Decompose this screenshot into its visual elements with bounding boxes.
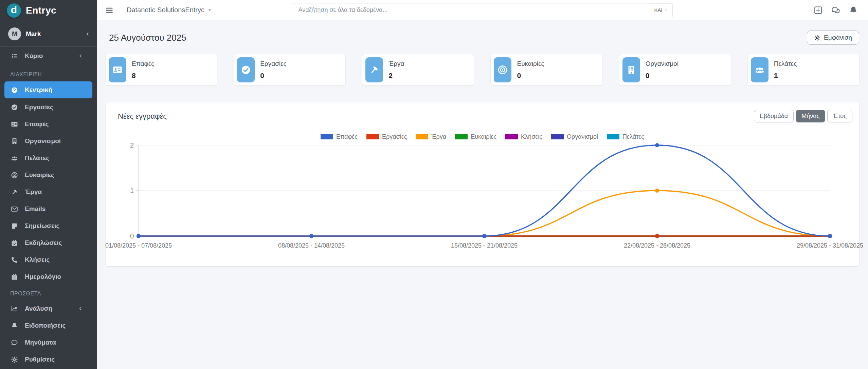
y-axis-label: 1	[130, 187, 134, 194]
data-point[interactable]	[828, 234, 832, 238]
sidebar-section-label: ΔΙΑΧΕΙΡΙΣΗ	[0, 65, 97, 81]
topbar-icons	[814, 6, 858, 15]
stat-card-επαφές[interactable]: Επαφές8	[106, 54, 217, 85]
period-buttons: ΕβδομάδαΜήναςΈτος	[754, 110, 852, 122]
sidebar-item-label: Κεντρική	[25, 86, 86, 94]
stat-text: Εργασίες0	[260, 60, 287, 80]
stat-card-πελάτες[interactable]: Πελάτες1	[748, 54, 859, 85]
calendar-icon	[10, 273, 19, 280]
chart-line-icon	[10, 305, 19, 312]
period-button-μήνας[interactable]: Μήνας	[796, 110, 825, 122]
sidebar-item-ρυθμίσεις[interactable]: Ρυθμίσεις	[0, 351, 97, 368]
hamburger-icon[interactable]	[105, 6, 114, 15]
legend-label: Ευκαιρίες	[471, 133, 496, 140]
chart-card: Νέες εγγραφές ΕβδομάδαΜήναςΈτος ΕπαφέςΕρ…	[106, 102, 859, 266]
sidebar-item-label: Οργανισμοί	[25, 137, 91, 145]
data-point[interactable]	[309, 234, 313, 238]
sidebar-item-εργασίες[interactable]: Εργασίες	[0, 99, 97, 116]
legend-item-επαφές[interactable]: Επαφές	[321, 133, 358, 140]
legend-swatch	[416, 134, 428, 139]
sidebar-item-σημείωσεις[interactable]: Σημείωσεις	[0, 217, 97, 234]
legend-item-ευκαιρίες[interactable]: Ευκαιρίες	[455, 133, 496, 140]
display-button-label: Εμφάνιση	[824, 34, 852, 41]
sidebar-item-emails[interactable]: Emails	[0, 200, 97, 217]
sidebar-section-label: ΠΡΟΣΘΕΤΑ	[0, 285, 97, 300]
sidebar-item-ευκαιρίες[interactable]: Ευκαιρίες	[0, 167, 97, 183]
page-date: 25 Αυγούστου 2025	[109, 33, 186, 43]
legend-item-οργανισμοί[interactable]: Οργανισμοί	[551, 133, 598, 140]
legend-label: Κλήσεις	[521, 133, 542, 140]
stat-label: Επαφές	[132, 60, 154, 67]
legend-item-εργασίες[interactable]: Εργασίες	[366, 133, 407, 140]
data-point[interactable]	[482, 234, 486, 238]
legend-item-κλήσεις[interactable]: Κλήσεις	[505, 133, 542, 140]
sidebar-item-kyrio[interactable]: Κύριο	[0, 47, 97, 65]
legend-label: Πελάτες	[622, 133, 644, 140]
data-point[interactable]	[655, 189, 659, 193]
stat-card-οργανισμοί[interactable]: Οργανισμοί0	[619, 54, 731, 85]
sidebar-item-μηνύματα[interactable]: Μηνύματα	[0, 334, 97, 351]
bullseye-icon	[10, 172, 19, 179]
data-point[interactable]	[655, 143, 659, 147]
x-axis-label: 22/08/2025 - 28/08/2025	[624, 242, 690, 249]
company-selector[interactable]: Datanetic SolutionsEntryc	[127, 6, 212, 14]
display-button[interactable]: Εμφάνιση	[807, 31, 859, 45]
chevron-left-icon	[85, 32, 90, 36]
stat-card-ευκαιρίες[interactable]: Ευκαιρίες0	[491, 54, 602, 85]
period-button-εβδομάδα[interactable]: Εβδομάδα	[754, 110, 794, 122]
line-chart: 01201/08/2025 - 07/08/202508/08/2025 - 1…	[112, 142, 853, 256]
caret-down-icon	[207, 7, 212, 13]
legend-item-πελάτες[interactable]: Πελάτες	[607, 133, 644, 140]
period-button-έτος[interactable]: Έτος	[827, 110, 852, 122]
search-operator-label: ΚΑΙ	[654, 7, 662, 13]
sidebar-item-label: Κύριο	[25, 52, 76, 60]
sidebar-item-label: Ημερολόγιο	[25, 273, 91, 280]
series-line-έργα	[139, 191, 830, 236]
stat-text: Οργανισμοί0	[646, 60, 679, 80]
legend-item-έργα[interactable]: Έργα	[416, 133, 446, 140]
search-operator-button[interactable]: ΚΑΙ	[650, 3, 672, 17]
sidebar: d Entryc M Mark Κύριο ΔΙΑΧΕΙΡΙΣΗΚεντρική…	[0, 0, 97, 369]
stat-value: 0	[646, 72, 679, 80]
company-name: Datanetic SolutionsEntryc	[127, 6, 204, 14]
sidebar-item-κλήσεις[interactable]: Κλήσεις	[0, 251, 97, 268]
sidebar-item-ανάλυση[interactable]: Ανάλυση	[0, 300, 97, 317]
sidebar-item-label: Ευκαιρίες	[25, 171, 91, 179]
comment-icon	[10, 339, 19, 346]
stat-text: Πελάτες1	[774, 60, 797, 80]
sidebar-item-πελάτες[interactable]: Πελάτες	[0, 150, 97, 167]
sidebar-item-κεντρική[interactable]: Κεντρική	[4, 81, 92, 98]
sidebar-item-οργανισμοί[interactable]: Οργανισμοί	[0, 133, 97, 150]
data-point[interactable]	[137, 234, 141, 238]
stat-value: 1	[774, 72, 797, 80]
bell-icon[interactable]	[849, 6, 858, 15]
stat-label: Οργανισμοί	[646, 60, 679, 67]
sidebar-item-εκδηλώσεις[interactable]: Εκδηλώσεις	[0, 234, 97, 251]
user-name: Mark	[26, 30, 85, 38]
brand-logo-letter: d	[11, 5, 17, 15]
stat-cards: Επαφές8Εργασίες0Έργα2Ευκαιρίες0Οργανισμο…	[106, 54, 859, 85]
sidebar-item-επαφές[interactable]: Επαφές	[0, 116, 97, 133]
brand[interactable]: d Entryc	[0, 0, 97, 21]
sidebar-item-ειδοποιήσεις[interactable]: Ειδοποιήσεις	[0, 317, 97, 334]
x-axis-label: 15/08/2025 - 21/08/2025	[451, 242, 518, 249]
sidebar-item-label: Πελάτες	[25, 154, 91, 162]
sidebar-item-ημερολόγιο[interactable]: Ημερολόγιο	[0, 268, 97, 285]
stat-card-εργασίες[interactable]: Εργασίες0	[234, 54, 345, 85]
data-point[interactable]	[655, 234, 659, 238]
phone-icon	[10, 256, 19, 264]
plus-square-icon[interactable]	[814, 6, 822, 15]
legend-swatch	[551, 134, 564, 139]
stat-value: 2	[388, 72, 404, 80]
sidebar-item-label: Ανάλυση	[25, 305, 76, 312]
stat-card-έργα[interactable]: Έργα2	[362, 54, 474, 85]
comments-icon[interactable]	[831, 6, 840, 15]
legend-swatch	[321, 134, 333, 139]
sidebar-item-έργα[interactable]: Έργα	[0, 183, 97, 200]
search-input[interactable]	[293, 3, 650, 17]
stat-label: Έργα	[388, 60, 404, 67]
bell-icon	[10, 322, 19, 329]
stat-label: Ευκαιρίες	[517, 60, 544, 67]
user-panel[interactable]: M Mark	[0, 21, 97, 47]
list-icon	[10, 53, 19, 60]
